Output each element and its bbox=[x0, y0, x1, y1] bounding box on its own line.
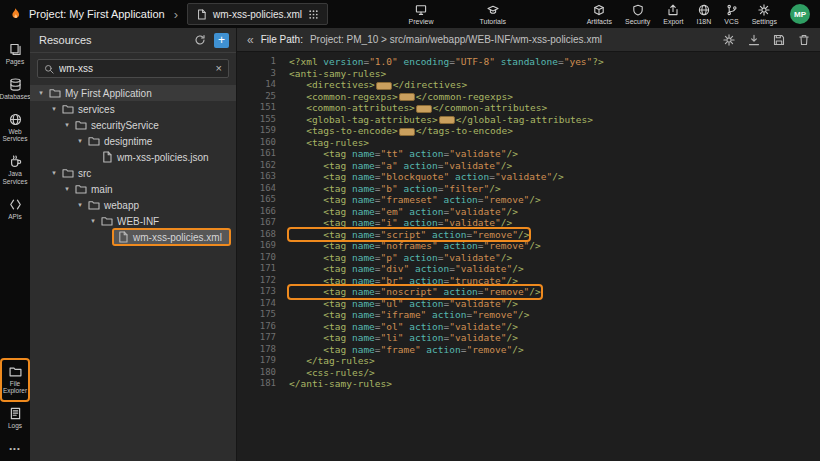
code-text[interactable]: <tag name="tt" action="validate"/> bbox=[289, 148, 518, 160]
tree-item-webapp[interactable]: ▾webapp bbox=[30, 197, 236, 213]
code-line-174[interactable]: 174 <tag name="ul" action="validate"/> bbox=[237, 298, 820, 310]
save-icon[interactable] bbox=[773, 34, 785, 46]
app-logo-flame-icon[interactable] bbox=[9, 8, 21, 20]
code-line-170[interactable]: 170 <tag name="p" action="validate"/> bbox=[237, 252, 820, 264]
code-line-168[interactable]: 168 <tag name="script" action="remove"/> bbox=[237, 229, 820, 241]
code-line-164[interactable]: 164 <tag name="b" action="filter"/> bbox=[237, 183, 820, 195]
code-line-169[interactable]: 169 <tag name="noframes" action="remove"… bbox=[237, 240, 820, 252]
rail-item-logs[interactable]: Logs bbox=[1, 401, 29, 436]
code-text[interactable]: <tag name="noscript" action="remove"/> bbox=[289, 286, 541, 298]
code-text[interactable]: <?xml version="1.0" encoding="UTF-8" sta… bbox=[289, 56, 604, 68]
code-text[interactable]: <tag name="b" action="filter"/> bbox=[289, 183, 501, 195]
search-input[interactable] bbox=[59, 63, 211, 74]
code-line-166[interactable]: 166 <tag name="em" action="validate"/> bbox=[237, 206, 820, 218]
tree-item-designtime[interactable]: ▾designtime bbox=[30, 133, 236, 149]
code-line-3[interactable]: 3<anti-samy-rules> bbox=[237, 68, 820, 80]
tree-item-services[interactable]: ▾services bbox=[30, 101, 236, 117]
code-text[interactable]: <common-regexps></common-regexps> bbox=[289, 91, 513, 103]
tree-item-my-first-application[interactable]: ▾My First Application bbox=[30, 85, 236, 101]
code-text[interactable]: <tag name="em" action="validate"/> bbox=[289, 206, 518, 218]
topbar-security-button[interactable]: Security bbox=[625, 4, 650, 25]
delete-icon[interactable] bbox=[798, 34, 810, 46]
code-text[interactable]: <tag name="ol" action="validate"/> bbox=[289, 321, 518, 333]
rail-item-file-explorer[interactable]: File Explorer bbox=[1, 359, 29, 402]
code-line-165[interactable]: 165 <tag name="frameset" action="remove"… bbox=[237, 194, 820, 206]
code-line-161[interactable]: 161 <tag name="tt" action="validate"/> bbox=[237, 148, 820, 160]
code-line-151[interactable]: 151 <common-attributes></common-attribut… bbox=[237, 102, 820, 114]
topbar-tutorials-button[interactable]: Tutorials bbox=[479, 4, 506, 25]
tree-item-securityservice[interactable]: ▾securityService bbox=[30, 117, 236, 133]
expand-arrow-icon[interactable]: ▾ bbox=[50, 169, 58, 177]
code-text[interactable]: <anti-samy-rules> bbox=[289, 68, 386, 80]
code-text[interactable]: <tag name="ul" action="validate"/> bbox=[289, 298, 518, 310]
topbar-i18n-button[interactable]: I18N bbox=[697, 4, 712, 25]
code-line-155[interactable]: 155 <global-tag-attributes></global-tag-… bbox=[237, 114, 820, 126]
code-line-163[interactable]: 163 <tag name="blockquote" action="valid… bbox=[237, 171, 820, 183]
expand-arrow-icon[interactable]: ▾ bbox=[50, 105, 58, 113]
code-text[interactable]: <tag name="frameset" action="remove"/> bbox=[289, 194, 541, 206]
code-text[interactable]: <tag-rules> bbox=[289, 137, 369, 149]
topbar-artifacts-button[interactable]: Artifacts bbox=[587, 4, 612, 25]
clear-search-icon[interactable]: × bbox=[216, 63, 222, 74]
open-file-tab[interactable]: wm-xss-policies.xml bbox=[187, 3, 328, 25]
tree-item-web-inf[interactable]: ▾WEB-INF bbox=[30, 213, 236, 229]
code-text[interactable]: <tag name="script" action="remove"/> bbox=[289, 229, 529, 241]
expand-arrow-icon[interactable]: ▾ bbox=[76, 137, 84, 145]
code-line-175[interactable]: 175 <tag name="iframe" action="remove"/> bbox=[237, 309, 820, 321]
topbar-preview-button[interactable]: Preview bbox=[409, 4, 434, 25]
expand-arrow-icon[interactable]: ▾ bbox=[89, 217, 97, 225]
tree-item-main[interactable]: ▾main bbox=[30, 181, 236, 197]
rail-item-java-services[interactable]: Java Services bbox=[1, 149, 29, 192]
code-line-173[interactable]: 173 <tag name="noscript" action="remove"… bbox=[237, 286, 820, 298]
code-line-171[interactable]: 171 <tag name="div" action="validate"/> bbox=[237, 263, 820, 275]
code-line-167[interactable]: 167 <tag name="i" action="validate"/> bbox=[237, 217, 820, 229]
code-text[interactable]: <tag name="br" action="truncate"/> bbox=[289, 275, 518, 287]
collapse-panel-icon[interactable]: « bbox=[247, 33, 254, 47]
fold-placeholder[interactable] bbox=[399, 128, 415, 136]
topbar-vcs-button[interactable]: VCS bbox=[724, 4, 738, 25]
settings-icon[interactable] bbox=[723, 34, 735, 46]
avatar[interactable]: MP bbox=[790, 4, 810, 24]
code-text[interactable]: <tag name="iframe" action="remove"/> bbox=[289, 309, 529, 321]
code-editor[interactable]: 1<?xml version="1.0" encoding="UTF-8" st… bbox=[237, 52, 820, 461]
code-line-176[interactable]: 176 <tag name="ol" action="validate"/> bbox=[237, 321, 820, 333]
grid-icon[interactable] bbox=[308, 9, 319, 20]
topbar-export-button[interactable]: Export bbox=[663, 4, 683, 25]
fold-placeholder[interactable] bbox=[439, 116, 455, 124]
code-line-179[interactable]: 179 </tag-rules> bbox=[237, 355, 820, 367]
expand-arrow-icon[interactable]: ▾ bbox=[63, 121, 71, 129]
code-line-178[interactable]: 178 <tag name="frame" action="remove"/> bbox=[237, 344, 820, 356]
code-line-180[interactable]: 180 <css-rules/> bbox=[237, 367, 820, 379]
code-text[interactable]: <tag name="li" action="validate"/> bbox=[289, 332, 518, 344]
code-text[interactable]: <css-rules/> bbox=[289, 367, 375, 379]
refresh-icon[interactable] bbox=[194, 34, 206, 46]
rail-item-databases[interactable]: Databases bbox=[1, 72, 29, 107]
code-text[interactable]: <tags-to-encode></tags-to-encode> bbox=[289, 125, 513, 137]
tree-item-src[interactable]: ▾src bbox=[30, 165, 236, 181]
more-options-button[interactable]: ••• bbox=[9, 436, 20, 457]
code-text[interactable]: <tag name="noframes" action="remove"/> bbox=[289, 240, 541, 252]
code-text[interactable]: <tag name="frame" action="remove"/> bbox=[289, 344, 524, 356]
fold-placeholder[interactable] bbox=[416, 105, 432, 113]
code-text[interactable]: <tag name="blockquote" action="validate"… bbox=[289, 171, 564, 183]
expand-arrow-icon[interactable]: ▾ bbox=[37, 89, 45, 97]
tree-item-wm-xss-policies-xml[interactable]: wm-xss-policies.xml bbox=[30, 229, 236, 245]
code-line-172[interactable]: 172 <tag name="br" action="truncate"/> bbox=[237, 275, 820, 287]
code-text[interactable]: </tag-rules> bbox=[289, 355, 375, 367]
expand-arrow-icon[interactable]: ▾ bbox=[63, 185, 71, 193]
code-line-159[interactable]: 159 <tags-to-encode></tags-to-encode> bbox=[237, 125, 820, 137]
code-line-25[interactable]: 25 <common-regexps></common-regexps> bbox=[237, 91, 820, 103]
code-text[interactable]: <tag name="div" action="validate"/> bbox=[289, 263, 524, 275]
code-text[interactable]: <common-attributes></common-attributes> bbox=[289, 102, 547, 114]
download-icon[interactable] bbox=[748, 34, 760, 46]
code-line-14[interactable]: 14 <directives></directives> bbox=[237, 79, 820, 91]
code-text[interactable]: <tag name="a" action="validate"/> bbox=[289, 160, 512, 172]
code-text[interactable]: <tag name="p" action="validate"/> bbox=[289, 252, 512, 264]
rail-item-apis[interactable]: APIs bbox=[1, 192, 29, 227]
rail-item-pages[interactable]: Pages bbox=[1, 37, 29, 72]
code-text[interactable]: <tag name="i" action="validate"/> bbox=[289, 217, 512, 229]
expand-arrow-icon[interactable]: ▾ bbox=[76, 201, 84, 209]
rail-item-web-services[interactable]: Web Services bbox=[1, 107, 29, 150]
fold-placeholder[interactable] bbox=[376, 82, 392, 90]
code-line-162[interactable]: 162 <tag name="a" action="validate"/> bbox=[237, 160, 820, 172]
